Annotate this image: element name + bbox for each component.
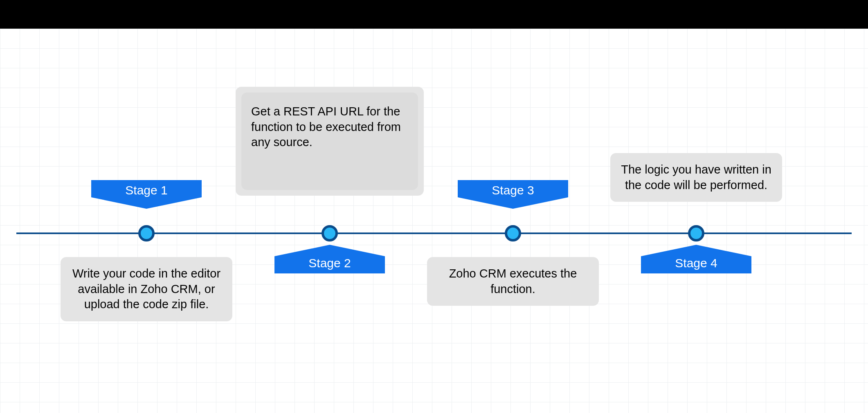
- stage-description: Write your code in the editor available …: [72, 267, 220, 311]
- timeline-node-3: [505, 225, 521, 241]
- stage-label: Stage 2: [308, 256, 351, 270]
- stage-box-2-inner: Get a REST API URL for the function to b…: [241, 93, 418, 190]
- stage-box-4: The logic you have written in the code w…: [610, 153, 782, 202]
- top-bar: [0, 0, 868, 29]
- stage-box-1: Write your code in the editor available …: [61, 257, 232, 321]
- stage-description: The logic you have written in the code w…: [621, 163, 771, 192]
- stage-description: Zoho CRM executes the function.: [449, 267, 577, 296]
- grid-background: [0, 29, 868, 413]
- stage-box-2-outer: Get a REST API URL for the function to b…: [236, 87, 424, 196]
- stage-label: Stage 3: [492, 183, 534, 197]
- timeline-node-1: [138, 225, 155, 241]
- timeline-node-2: [322, 225, 338, 241]
- stage-description: Get a REST API URL for the function to b…: [251, 105, 401, 149]
- stage-box-3: Zoho CRM executes the function.: [427, 257, 599, 306]
- stage-label: Stage 4: [675, 256, 717, 270]
- stage-label: Stage 1: [125, 183, 167, 197]
- timeline-node-4: [688, 225, 704, 241]
